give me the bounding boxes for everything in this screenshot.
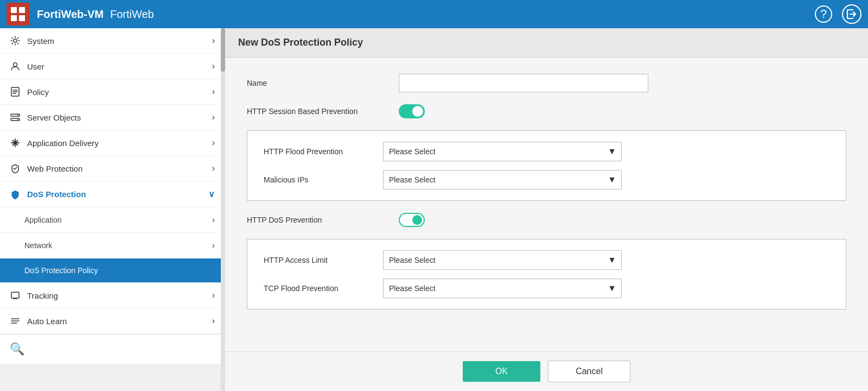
sidebar-label-dos-protection-policy: DoS Protection Policy	[24, 266, 98, 275]
svg-point-5	[14, 63, 17, 67]
tracking-icon	[10, 291, 21, 300]
sidebar-item-dos-protection-policy[interactable]: DoS Protection Policy	[0, 258, 225, 283]
sidebar-label-system: System	[27, 36, 54, 46]
http-dos-toggle[interactable]	[399, 213, 425, 227]
svg-rect-2	[11, 15, 17, 21]
svg-point-9	[17, 115, 18, 116]
sidebar-item-user[interactable]: User ›	[0, 54, 225, 79]
header-actions: ?	[815, 4, 861, 24]
system-icon	[10, 36, 21, 46]
content-area: New DoS Protection Policy Name HTTP Sess…	[225, 28, 868, 391]
app-subtitle: FortiWeb	[110, 8, 154, 21]
svg-point-10	[17, 119, 18, 120]
http-dos-label: HTTP DoS Prevention	[247, 216, 399, 224]
policy-icon	[10, 87, 21, 97]
sidebar-label-auto-learn: Auto Learn	[27, 317, 67, 326]
http-flood-row: HTTP Flood Prevention Please Select ▼	[264, 142, 829, 161]
http-access-select-wrapper: Please Select ▼	[383, 250, 622, 270]
sidebar-item-policy[interactable]: Policy ›	[0, 79, 225, 105]
http-flood-select-wrapper: Please Select ▼	[383, 142, 622, 161]
logout-icon[interactable]	[842, 4, 861, 24]
http-dos-row: HTTP DoS Prevention	[247, 213, 846, 227]
page-title: New DoS Protection Policy	[225, 28, 868, 58]
sidebar-label-network: Network	[24, 241, 52, 250]
sidebar-label-dos-protection: DoS Protection	[27, 190, 86, 199]
http-access-row: HTTP Access Limit Please Select ▼	[264, 250, 829, 270]
svg-point-4	[14, 39, 17, 42]
sidebar-label-tracking: Tracking	[27, 291, 58, 300]
web-protection-icon	[10, 163, 21, 173]
svg-rect-3	[19, 15, 25, 21]
dos-prevention-section: HTTP Access Limit Please Select ▼ TCP Fl…	[247, 239, 846, 310]
search-icon[interactable]: 🔍	[10, 342, 24, 356]
help-icon[interactable]: ?	[815, 5, 832, 23]
sidebar-scrolltrack	[221, 28, 225, 391]
name-row: Name	[247, 74, 846, 92]
sidebar-label-app-delivery: Application Delivery	[27, 138, 99, 148]
malicious-ips-row: Malicious IPs Please Select ▼	[264, 170, 829, 190]
http-access-label: HTTP Access Limit	[264, 256, 383, 264]
dos-protection-icon	[10, 190, 21, 199]
system-chevron: ›	[212, 36, 215, 46]
malicious-ips-select[interactable]: Please Select	[383, 170, 622, 190]
auto-learn-chevron: ›	[212, 316, 215, 326]
sidebar-label-policy: Policy	[27, 87, 49, 97]
session-based-section: HTTP Flood Prevention Please Select ▼ Ma…	[247, 130, 846, 201]
content-body: Name HTTP Session Based Prevention HTTP …	[225, 58, 868, 351]
ok-button[interactable]: OK	[463, 361, 540, 382]
svg-rect-0	[11, 7, 17, 13]
sidebar-label-server-objects: Server Objects	[27, 113, 81, 122]
user-chevron: ›	[212, 61, 215, 71]
sidebar-item-web-protection[interactable]: Web Protection ›	[0, 156, 225, 181]
web-protection-chevron: ›	[212, 163, 215, 173]
policy-chevron: ›	[212, 87, 215, 97]
server-objects-icon	[10, 112, 21, 122]
sidebar-label-web-protection: Web Protection	[27, 164, 82, 173]
malicious-ips-select-wrapper: Please Select ▼	[383, 170, 622, 190]
tcp-flood-select-wrapper: Please Select ▼	[383, 279, 622, 298]
auto-learn-icon	[10, 316, 21, 326]
content-footer: OK Cancel	[225, 351, 868, 391]
malicious-ips-label: Malicious IPs	[264, 175, 383, 184]
user-icon	[10, 61, 21, 71]
http-flood-label: HTTP Flood Prevention	[264, 147, 383, 156]
name-input[interactable]	[399, 74, 648, 92]
http-access-select[interactable]: Please Select	[383, 250, 622, 270]
http-session-label: HTTP Session Based Prevention	[247, 107, 399, 116]
sidebar-item-application[interactable]: Application ›	[0, 207, 225, 233]
sidebar-item-server-objects[interactable]: Server Objects ›	[0, 105, 225, 130]
sidebar-container: System › User ›	[0, 28, 225, 391]
sidebar-item-tracking[interactable]: Tracking ›	[0, 283, 225, 308]
http-flood-select[interactable]: Please Select	[383, 142, 622, 161]
tcp-flood-label: TCP Flood Prevention	[264, 284, 383, 293]
svg-rect-1	[19, 7, 25, 13]
sidebar-label-user: User	[27, 62, 44, 71]
server-objects-chevron: ›	[212, 112, 215, 122]
sidebar-scrollthumb[interactable]	[221, 28, 225, 72]
tcp-flood-select[interactable]: Please Select	[383, 279, 622, 298]
main-layout: System › User ›	[0, 28, 868, 391]
application-chevron: ›	[212, 215, 215, 225]
http-session-row: HTTP Session Based Prevention	[247, 104, 846, 118]
app-logo	[7, 3, 29, 26]
name-label: Name	[247, 79, 399, 87]
app-delivery-icon	[10, 138, 21, 148]
tcp-flood-row: TCP Flood Prevention Please Select ▼	[264, 279, 829, 298]
network-chevron: ›	[212, 241, 215, 250]
http-session-slider	[399, 104, 425, 118]
dos-protection-chevron: ∨	[208, 189, 215, 199]
tracking-chevron: ›	[212, 291, 215, 300]
sidebar-item-system[interactable]: System ›	[0, 28, 225, 54]
app-delivery-chevron: ›	[212, 138, 215, 148]
sidebar-item-app-delivery[interactable]: Application Delivery ›	[0, 130, 225, 156]
sidebar-item-dos-protection[interactable]: DoS Protection ∨	[0, 181, 225, 207]
sidebar-label-application: Application	[24, 216, 62, 224]
http-dos-slider	[399, 213, 425, 227]
http-session-toggle[interactable]	[399, 104, 425, 118]
cancel-button[interactable]: Cancel	[548, 361, 630, 382]
svg-rect-11	[11, 292, 19, 298]
sidebar: System › User ›	[0, 28, 225, 364]
sidebar-item-network[interactable]: Network ›	[0, 233, 225, 258]
app-name: FortiWeb-VM	[37, 8, 104, 21]
sidebar-item-auto-learn[interactable]: Auto Learn ›	[0, 308, 225, 334]
